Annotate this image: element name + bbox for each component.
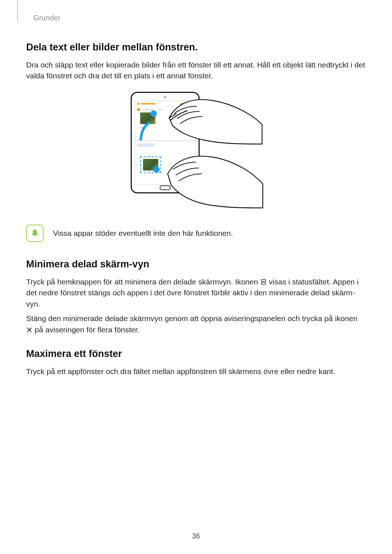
illustration-container xyxy=(131,92,261,212)
text-placeholder xyxy=(139,127,144,128)
top-app-pane xyxy=(135,101,195,141)
drop-target xyxy=(140,156,161,173)
paragraph: Stäng den minimerade delade skärmvyn gen… xyxy=(26,313,366,335)
front-camera-icon xyxy=(164,96,167,98)
tablet-device xyxy=(131,92,200,193)
text-fragment: på aviseringen för flera fönster. xyxy=(35,325,139,334)
section-maximize-window: Maximera ett fönster Tryck på ett appfön… xyxy=(26,348,366,377)
note-badge xyxy=(26,225,44,242)
split-screen-icon xyxy=(260,277,267,284)
image-thumbnail xyxy=(143,159,158,171)
note-text: Vissa appar stöder eventuellt inte den h… xyxy=(53,229,233,238)
text-fragment: Stäng den minimerade delade skärmvyn gen… xyxy=(26,314,358,323)
app-title-placeholder xyxy=(141,103,155,104)
list-row xyxy=(135,107,195,112)
text-placeholder xyxy=(158,109,163,110)
text-placeholder xyxy=(142,109,153,110)
heading-maximize: Maximera ett fönster xyxy=(26,348,366,360)
touch-indicator-icon xyxy=(150,110,157,117)
device-screen xyxy=(135,101,196,185)
home-button-icon xyxy=(160,185,171,190)
heading-share: Dela text eller bilder mellan fönstren. xyxy=(26,42,366,53)
tab-placeholder xyxy=(137,143,155,147)
image-thumbnail xyxy=(140,112,155,124)
note-callout: Vissa appar stöder eventuellt inte den h… xyxy=(26,225,366,242)
paragraph: Tryck på ett appfönster och dra fältet m… xyxy=(26,366,366,377)
paragraph: Tryck på hemknappen för att minimera den… xyxy=(26,276,366,309)
section-minimize-splitview: Minimera delad skärm-vyn Tryck på hemkna… xyxy=(26,259,366,335)
close-icon xyxy=(26,325,33,332)
section-share-between-windows: Dela text eller bilder mellan fönstren. … xyxy=(26,42,366,212)
avatar-icon xyxy=(137,108,140,111)
figure-drag-drop xyxy=(26,92,366,212)
action-placeholder xyxy=(180,103,186,104)
svg-rect-1 xyxy=(261,279,266,281)
app-glyph-icon xyxy=(137,103,139,105)
touch-indicator-icon xyxy=(153,166,160,173)
paragraph: Dra och släpp text eller kopierade bilde… xyxy=(26,59,366,82)
margin-rule xyxy=(17,0,18,22)
action-placeholder xyxy=(187,103,193,104)
bell-icon xyxy=(30,228,40,238)
page-number: 36 xyxy=(0,532,392,540)
svg-rect-2 xyxy=(261,282,266,284)
text-fragment: Tryck på hemknappen för att minimera den… xyxy=(26,278,260,286)
list-row xyxy=(135,126,195,130)
app-top-bar xyxy=(135,101,195,107)
bottom-app-pane xyxy=(135,140,195,185)
heading-minimize: Minimera delad skärm-vyn xyxy=(26,259,366,270)
manual-page: Grunder Dela text eller bilder mellan fö… xyxy=(0,0,392,554)
running-head: Grunder xyxy=(33,14,366,22)
